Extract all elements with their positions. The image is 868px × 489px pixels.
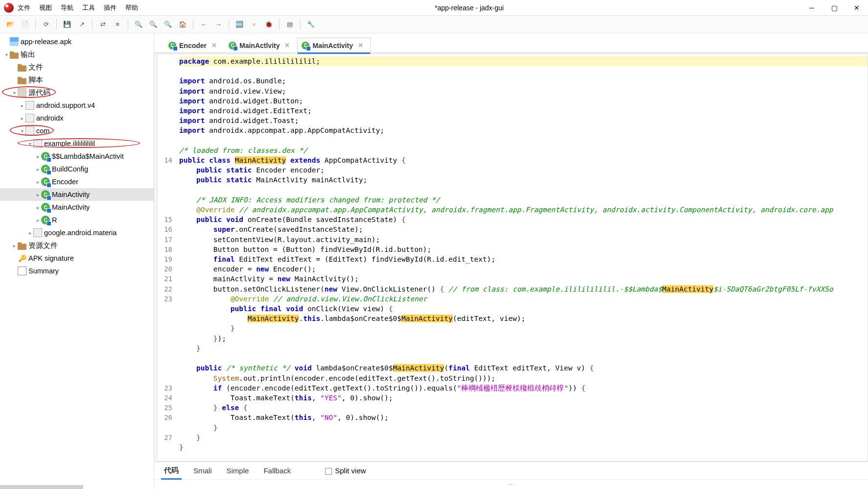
bug-icon[interactable]: 🐞 bbox=[262, 18, 275, 31]
class-icon: C bbox=[41, 216, 50, 224]
menu-help[interactable]: 帮助 bbox=[125, 3, 138, 12]
class-icon: C bbox=[41, 177, 50, 186]
menu-view[interactable]: 视图 bbox=[39, 3, 52, 12]
class-icon: C bbox=[168, 42, 176, 49]
tree-cls-lambda[interactable]: ▸C$$Lambda$MainActivit bbox=[0, 150, 154, 163]
tab-mainactivity[interactable]: CMainActivity✕ bbox=[297, 38, 370, 52]
folder-icon bbox=[10, 50, 19, 59]
tree-scrollbar[interactable] bbox=[0, 485, 83, 489]
sync-icon[interactable]: ⇄ bbox=[96, 18, 109, 31]
package-icon bbox=[33, 139, 42, 148]
deobf-icon[interactable]: 🔤 bbox=[233, 18, 246, 31]
tree-pkg-google[interactable]: ▸google.android.materia bbox=[0, 226, 154, 239]
class-icon: C bbox=[41, 152, 50, 161]
tree-cls-buildconfig[interactable]: ▸CBuildConfig bbox=[0, 163, 154, 175]
tree-source[interactable]: ▾源代码 bbox=[0, 86, 154, 99]
tab-code[interactable]: 代码 bbox=[164, 466, 179, 475]
refresh-icon[interactable]: ⟳ bbox=[40, 18, 52, 31]
class-icon: C bbox=[41, 203, 50, 212]
close-button[interactable]: ✕ bbox=[845, 0, 868, 16]
tree-script[interactable]: 脚本 bbox=[0, 73, 154, 86]
tab-fallback[interactable]: Fallback bbox=[263, 466, 291, 475]
tab-smali[interactable]: Smali bbox=[193, 466, 212, 475]
line-gutter: 14 151617181920212223 23242526 27 bbox=[158, 54, 176, 461]
save-icon[interactable]: 💾 bbox=[61, 18, 73, 31]
code-editor[interactable]: package com.example.ilililililil; import… bbox=[176, 54, 868, 461]
tree-cls-mainactlvity[interactable]: ▸CMainActlvity bbox=[0, 201, 154, 214]
summary-icon bbox=[18, 267, 26, 275]
tree-cls-mainactivity[interactable]: ▸CMainActivity bbox=[0, 188, 154, 201]
editor-tabs: CEncoder✕ CMainActlvity✕ CMainActivity✕ bbox=[154, 33, 868, 53]
app-icon bbox=[4, 3, 14, 13]
view-mode-tabs: 代码 Smali Simple Fallback Split view bbox=[154, 462, 868, 479]
package-icon bbox=[25, 114, 34, 122]
class-icon: C bbox=[229, 42, 236, 49]
quark-icon[interactable]: ▫ bbox=[248, 18, 260, 31]
tree-cls-encoder[interactable]: ▸CEncoder bbox=[0, 175, 154, 188]
tree-cls-r[interactable]: ▸CR bbox=[0, 214, 154, 226]
tree-pkg-androidx[interactable]: ▸androidx bbox=[0, 112, 154, 124]
tab-simple[interactable]: Simple bbox=[227, 466, 249, 475]
home-icon[interactable]: 🏠 bbox=[176, 18, 189, 31]
tab-mainactlvity[interactable]: CMainActlvity✕ bbox=[224, 38, 297, 52]
toolbar: 📂 📄 ⟳ 💾 ↗ ⇄ ≡ 🔍 🔍 🔍 🏠 ← → 🔤 ▫ 🐞 ▤ 🔧 bbox=[0, 16, 868, 33]
maximize-button[interactable]: ▢ bbox=[823, 0, 845, 16]
tree-root[interactable]: app-release.apk bbox=[0, 35, 154, 48]
split-view-checkbox[interactable]: Split view bbox=[325, 466, 366, 475]
flatten-icon[interactable]: ≡ bbox=[111, 18, 124, 31]
tree-apk-signature[interactable]: 🔑APK signature bbox=[0, 252, 154, 265]
class-icon: C bbox=[302, 42, 309, 49]
package-root-icon bbox=[18, 88, 26, 97]
menu-file[interactable]: 文件 bbox=[18, 3, 30, 12]
folder-icon bbox=[18, 75, 26, 84]
project-tree: app-release.apk ▾输出 文件 脚本 ▾源代码 ▸android.… bbox=[0, 33, 154, 489]
package-icon bbox=[33, 228, 42, 237]
tree-output[interactable]: ▾输出 bbox=[0, 48, 154, 61]
minimize-button[interactable]: ─ bbox=[800, 0, 823, 16]
menu-nav[interactable]: 导航 bbox=[61, 3, 73, 12]
close-icon[interactable]: ✕ bbox=[284, 42, 290, 49]
key-icon: 🔑 bbox=[18, 254, 26, 263]
status-bar: ⋯ bbox=[154, 479, 868, 489]
apk-icon bbox=[10, 37, 19, 46]
package-icon bbox=[25, 126, 34, 135]
tree-summary[interactable]: Summary bbox=[0, 265, 154, 277]
tree-file[interactable]: 文件 bbox=[0, 61, 154, 73]
log-icon[interactable]: ▤ bbox=[283, 18, 296, 31]
forward-icon[interactable]: → bbox=[212, 18, 225, 31]
menu-tools[interactable]: 工具 bbox=[82, 3, 95, 12]
back-icon[interactable]: ← bbox=[197, 18, 210, 31]
close-icon[interactable]: ✕ bbox=[211, 42, 217, 49]
tree-resources[interactable]: ▸资源文件 bbox=[0, 239, 154, 252]
package-icon bbox=[25, 101, 34, 110]
close-icon[interactable]: ✕ bbox=[358, 42, 363, 49]
folder-icon bbox=[18, 63, 26, 72]
search-icon[interactable]: 🔍 bbox=[132, 18, 145, 31]
folder-icon bbox=[18, 241, 26, 250]
menu-plugins[interactable]: 插件 bbox=[104, 3, 117, 12]
add-file-icon[interactable]: 📄 bbox=[19, 18, 31, 31]
class-icon: C bbox=[41, 190, 50, 199]
tab-encoder[interactable]: CEncoder✕ bbox=[164, 38, 224, 52]
tree-pkg-support[interactable]: ▸android.support.v4 bbox=[0, 99, 154, 112]
tree-pkg-com[interactable]: ▾com bbox=[0, 124, 154, 137]
search-code-icon[interactable]: 🔍 bbox=[147, 18, 160, 31]
window-title: *app-release - jadx-gui bbox=[138, 4, 800, 12]
search-cmt-icon[interactable]: 🔍 bbox=[162, 18, 174, 31]
open-icon[interactable]: 📂 bbox=[4, 18, 17, 31]
menu-bar: 文件 视图 导航 工具 插件 帮助 bbox=[18, 3, 138, 12]
class-icon: C bbox=[41, 165, 50, 173]
settings-icon[interactable]: 🔧 bbox=[305, 18, 317, 31]
title-bar: 文件 视图 导航 工具 插件 帮助 *app-release - jadx-gu… bbox=[0, 0, 868, 16]
tree-pkg-example[interactable]: ▾example.ililililililil bbox=[0, 137, 154, 150]
export-icon[interactable]: ↗ bbox=[75, 18, 88, 31]
